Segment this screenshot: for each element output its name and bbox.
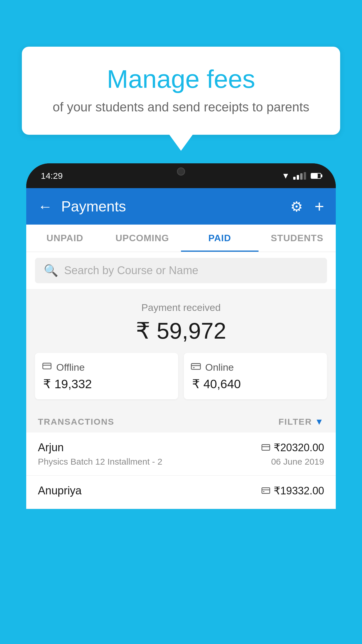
status-bar: 14:29 ▼ <box>26 163 336 188</box>
speech-bubble-arrow <box>169 135 193 151</box>
header-right: ⚙ + <box>290 197 324 216</box>
transaction-date: 06 June 2019 <box>271 457 324 467</box>
offline-icon <box>42 361 52 373</box>
settings-icon[interactable]: ⚙ <box>290 198 303 215</box>
app-screen: 🔍 Search by Course or Name Payment recei… <box>26 252 336 509</box>
search-icon: 🔍 <box>44 264 58 277</box>
battery-icon <box>311 173 321 179</box>
status-time: 14:29 <box>41 171 63 181</box>
add-button[interactable]: + <box>314 197 324 216</box>
phone-camera <box>177 167 185 176</box>
payment-total-amount: ₹ 59,972 <box>35 318 327 344</box>
status-icons: ▼ <box>282 171 321 181</box>
offline-card-header: Offline <box>42 361 171 373</box>
svg-rect-5 <box>262 444 270 450</box>
tab-unpaid[interactable]: UNPAID <box>26 225 104 252</box>
signal-icon <box>293 172 306 180</box>
speech-bubble-title: Manage fees <box>45 64 317 94</box>
svg-rect-0 <box>43 363 51 369</box>
svg-rect-2 <box>191 364 200 370</box>
transaction-course: Physics Batch 12 Installment - 2 <box>38 457 162 467</box>
search-placeholder: Search by Course or Name <box>64 264 198 277</box>
app-header: ← Payments ⚙ + <box>26 188 336 225</box>
transactions-list: Arjun ₹20320.00 Physics <box>26 433 336 509</box>
svg-rect-7 <box>262 488 270 494</box>
transaction-name: Anupriya <box>38 484 82 497</box>
back-button[interactable]: ← <box>38 198 52 215</box>
transaction-item[interactable]: Arjun ₹20320.00 Physics <box>26 433 336 476</box>
online-icon <box>191 361 201 373</box>
page-title: Payments <box>61 198 126 215</box>
payment-cards: Offline ₹ 19,332 <box>35 353 327 399</box>
transaction-row-top: Arjun ₹20320.00 <box>38 441 324 454</box>
transaction-row-top: Anupriya ₹19332.00 <box>38 484 324 497</box>
header-left: ← Payments <box>38 198 126 215</box>
transaction-amount: ₹20320.00 <box>274 442 324 454</box>
tab-upcoming[interactable]: UPCOMING <box>104 225 181 252</box>
transactions-label: TRANSACTIONS <box>38 417 114 427</box>
phone: 14:29 ▼ <box>26 163 336 644</box>
card-payment-icon <box>261 443 270 453</box>
filter-button[interactable]: FILTER ▼ <box>279 417 324 427</box>
payment-summary: Payment received ₹ 59,972 Offli <box>26 290 336 408</box>
filter-icon: ▼ <box>315 417 324 427</box>
offline-payment-icon <box>261 486 270 496</box>
transactions-header: TRANSACTIONS FILTER ▼ <box>26 408 336 433</box>
transaction-amount: ₹19332.00 <box>274 485 324 497</box>
transaction-name: Arjun <box>38 441 64 454</box>
transaction-item[interactable]: Anupriya ₹19332.00 <box>26 476 336 509</box>
online-payment-card: Online ₹ 40,640 <box>184 353 327 399</box>
speech-bubble-subtitle: of your students and send receipts to pa… <box>45 100 317 114</box>
online-card-header: Online <box>191 361 320 373</box>
online-label: Online <box>205 362 234 373</box>
transaction-amount-row: ₹19332.00 <box>261 485 324 497</box>
search-bar-wrapper: 🔍 Search by Course or Name <box>26 252 336 289</box>
tab-students[interactable]: STUDENTS <box>259 225 336 252</box>
phone-body: 14:29 ▼ <box>26 163 336 509</box>
transaction-amount-row: ₹20320.00 <box>261 442 324 454</box>
phone-notch <box>155 163 207 179</box>
transaction-details-row: Physics Batch 12 Installment - 2 06 June… <box>38 457 324 467</box>
search-bar[interactable]: 🔍 Search by Course or Name <box>35 258 327 283</box>
speech-bubble: Manage fees of your students and send re… <box>22 47 340 135</box>
filter-label: FILTER <box>279 417 312 427</box>
online-amount: ₹ 40,640 <box>191 377 320 391</box>
wifi-icon: ▼ <box>282 171 290 181</box>
offline-amount: ₹ 19,332 <box>42 377 171 391</box>
tabs-bar: UNPAID UPCOMING PAID STUDENTS <box>26 225 336 252</box>
tab-paid[interactable]: PAID <box>181 225 259 252</box>
offline-label: Offline <box>56 362 85 373</box>
payment-received-label: Payment received <box>35 302 327 313</box>
offline-payment-card: Offline ₹ 19,332 <box>35 353 178 399</box>
speech-bubble-container: Manage fees of your students and send re… <box>22 47 340 151</box>
